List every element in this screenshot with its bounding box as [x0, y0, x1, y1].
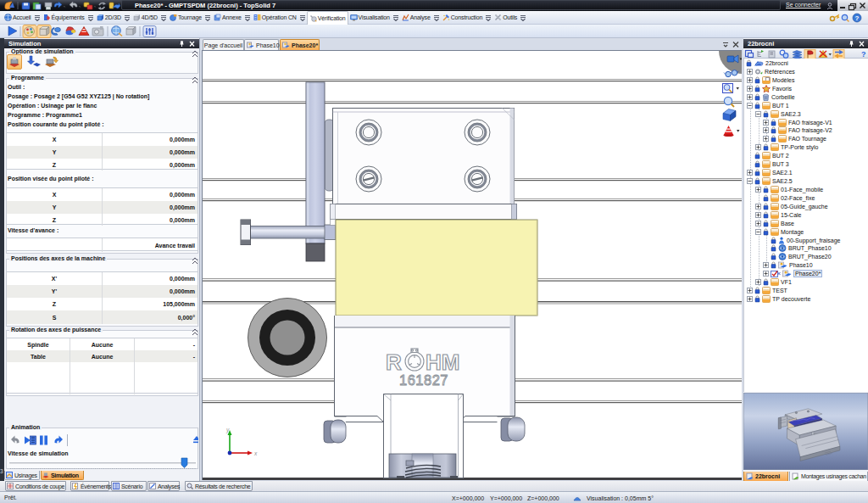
svg-text:?: ? — [861, 50, 866, 59]
svg-text:HM: HM — [426, 349, 459, 375]
svg-text:?: ? — [855, 14, 860, 22]
svg-text:161827: 161827 — [399, 372, 448, 388]
svg-text:x: x — [253, 450, 258, 456]
svg-text:R: R — [386, 349, 402, 375]
